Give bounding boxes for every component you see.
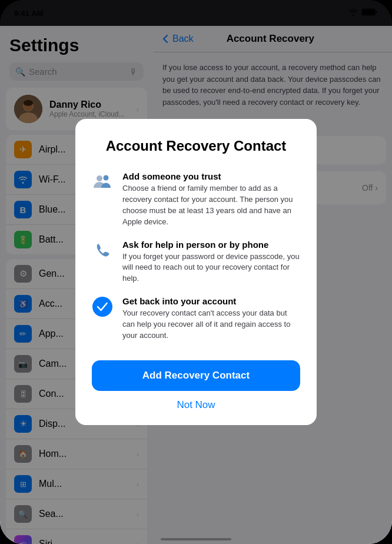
modal-steps: Add someone you trust Choose a friend or… — [92, 171, 300, 341]
phone-icon — [92, 240, 113, 261]
step-help-title: Ask for help in person or by phone — [122, 240, 300, 250]
modal-card: Account Recovery Contact Ad — [75, 119, 317, 424]
step-access-desc: Your recovery contact can't access your … — [122, 308, 300, 341]
add-recovery-contact-button[interactable]: Add Recovery Contact — [92, 360, 300, 391]
svg-point-8 — [104, 175, 109, 181]
svg-point-10 — [92, 297, 112, 317]
modal-step-trust: Add someone you trust Choose a friend or… — [92, 171, 300, 227]
modal-backdrop: Account Recovery Contact Ad — [0, 0, 392, 544]
step-trust-content: Add someone you trust Choose a friend or… — [122, 171, 300, 227]
svg-point-7 — [97, 175, 102, 181]
modal-title: Account Recovery Contact — [92, 138, 300, 155]
checkmark-circle-icon — [92, 296, 113, 317]
step-help-desc: If you forget your password or device pa… — [122, 251, 300, 285]
step-trust-desc: Choose a friend or family member to add … — [122, 183, 300, 227]
modal-step-help: Ask for help in person or by phone If yo… — [92, 240, 300, 285]
step-access-title: Get back into your account — [122, 296, 300, 306]
modal-step-access: Get back into your account Your recovery… — [92, 296, 300, 341]
not-now-button[interactable]: Not Now — [92, 399, 300, 411]
home-indicator — [161, 538, 231, 540]
step-access-content: Get back into your account Your recovery… — [122, 296, 300, 341]
svg-point-9 — [92, 240, 113, 261]
people-icon — [92, 171, 113, 193]
ipad-frame: 9:41 AM Settings 🔍 Search 🎙 — [0, 0, 392, 544]
step-trust-title: Add someone you trust — [122, 171, 300, 181]
step-help-content: Ask for help in person or by phone If yo… — [122, 240, 300, 285]
